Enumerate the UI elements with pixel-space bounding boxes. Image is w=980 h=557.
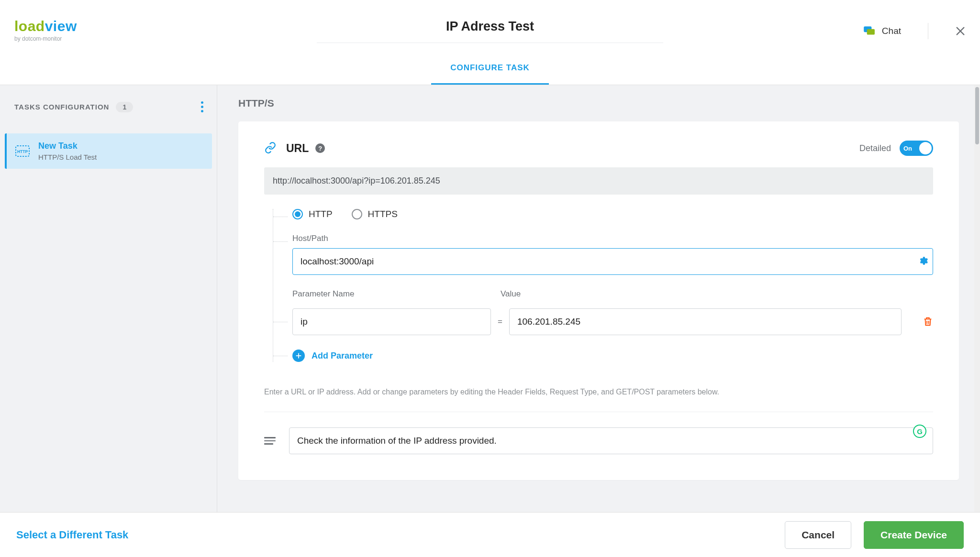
- http-task-icon: HTTP: [15, 146, 30, 156]
- host-path-label: Host/Path: [292, 234, 933, 243]
- trash-icon: [923, 316, 933, 327]
- section-title: HTTP/S: [238, 98, 959, 109]
- chat-button[interactable]: Chat: [863, 25, 901, 37]
- description-input[interactable]: [289, 427, 933, 454]
- equals-sign: =: [498, 317, 502, 327]
- task-subtitle: HTTP/S Load Test: [38, 153, 97, 161]
- chat-label: Chat: [882, 26, 901, 36]
- param-name-header: Parameter Name: [292, 289, 491, 299]
- url-card: URL ? Detailed On http://localhost:3000/…: [238, 121, 959, 480]
- link-icon: [264, 142, 277, 155]
- cancel-button[interactable]: Cancel: [785, 521, 851, 549]
- brand-logo: loadview by dotcom-monitor: [14, 18, 77, 42]
- host-settings-button[interactable]: [918, 256, 928, 268]
- page-title: IP Adress Test: [317, 19, 663, 34]
- protocol-http-label: HTTP: [309, 209, 333, 219]
- add-parameter-button[interactable]: Add Parameter: [273, 349, 933, 362]
- protocol-https-radio[interactable]: HTTPS: [352, 209, 398, 219]
- close-icon: [955, 26, 966, 36]
- close-button[interactable]: [955, 26, 966, 36]
- tab-configure-task[interactable]: CONFIGURE TASK: [431, 55, 549, 85]
- kebab-dot-icon: [201, 110, 203, 112]
- url-help-button[interactable]: ?: [315, 143, 325, 153]
- url-label: URL: [286, 142, 309, 155]
- scrollbar-thumb[interactable]: [975, 87, 979, 144]
- tab-bar: CONFIGURE TASK: [0, 42, 980, 85]
- param-name-input[interactable]: [292, 308, 491, 335]
- host-path-input[interactable]: [292, 248, 933, 275]
- add-parameter-label: Add Parameter: [312, 351, 373, 361]
- param-value-header: Value: [501, 289, 521, 299]
- detailed-toggle[interactable]: On: [900, 141, 933, 156]
- sidebar: TASKS CONFIGURATION 1 HTTP New Task: [0, 85, 217, 512]
- sidebar-title: TASKS CONFIGURATION: [14, 103, 109, 111]
- protocol-http-radio[interactable]: HTTP: [292, 209, 333, 219]
- main-content: HTTP/S URL ? Detailed On: [217, 85, 980, 512]
- svg-rect-1: [867, 29, 875, 35]
- header-divider: [928, 23, 928, 39]
- brand-load-text: load: [14, 18, 45, 34]
- kebab-dot-icon: [201, 101, 203, 104]
- brand-subtitle: by dotcom-monitor: [14, 35, 77, 42]
- url-hint-text: Enter a URL or IP address. Add or change…: [264, 388, 933, 412]
- task-count-badge: 1: [116, 102, 133, 112]
- footer: Select a Different Task Cancel Create De…: [0, 512, 980, 557]
- menu-bar-icon: [264, 440, 276, 442]
- chat-icon: [863, 25, 875, 37]
- protocol-https-label: HTTPS: [368, 209, 398, 219]
- menu-bar-icon: [264, 437, 276, 438]
- toggle-knob: [919, 142, 932, 154]
- param-value-input[interactable]: [509, 308, 902, 335]
- toggle-state-text: On: [903, 145, 912, 152]
- full-url-display: http://localhost:3000/api?ip=106.201.85.…: [264, 167, 933, 195]
- menu-bar-icon: [264, 443, 273, 445]
- svg-text:HTTP: HTTP: [17, 149, 28, 154]
- page-title-container: IP Adress Test: [317, 0, 663, 43]
- grammarly-badge: G: [913, 425, 926, 438]
- plus-icon: [292, 349, 305, 362]
- detailed-label: Detailed: [859, 143, 891, 153]
- delete-param-button[interactable]: [923, 316, 933, 328]
- description-menu-icon[interactable]: [264, 437, 276, 445]
- create-device-button[interactable]: Create Device: [864, 521, 964, 549]
- select-different-task-link[interactable]: Select a Different Task: [16, 529, 128, 541]
- scrollbar[interactable]: [974, 85, 980, 512]
- kebab-dot-icon: [201, 106, 203, 108]
- task-card[interactable]: HTTP New Task HTTP/S Load Test: [5, 133, 212, 169]
- brand-view-text: view: [45, 18, 77, 34]
- sidebar-menu-button[interactable]: [197, 98, 207, 116]
- gear-icon: [918, 256, 928, 266]
- task-name: New Task: [38, 141, 97, 151]
